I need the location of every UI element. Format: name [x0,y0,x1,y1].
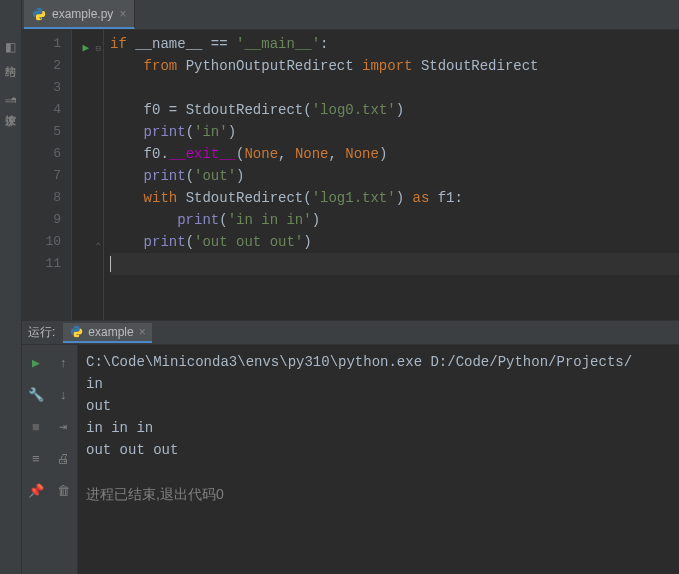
code-line[interactable]: print('in in in') [110,209,679,231]
run-console[interactable]: C:\Code\Miniconda3\envs\py310\python.exe… [78,345,679,574]
console-line: C:\Code\Miniconda3\envs\py310\python.exe… [86,351,671,373]
run-tab[interactable]: example × [63,323,151,343]
text-cursor [110,256,111,272]
code-margin [72,30,104,320]
code-line[interactable]: print('in') [110,121,679,143]
tool-structure[interactable]: ◧ 结构 [3,40,18,57]
fold-end-icon: ⌃ [96,236,101,258]
code-line[interactable]: from PythonOutputRedirect import StdoutR… [110,55,679,77]
console-line: in in in [86,417,671,439]
line-number[interactable]: 11 [22,253,71,275]
code-line[interactable]: f0.__exit__(None, None, None) [110,143,679,165]
code-line[interactable] [110,253,679,275]
python-file-icon [32,7,46,21]
wrap-icon[interactable]: ⇥ [54,417,74,437]
rerun-button[interactable]: ▶ [26,353,46,373]
editor-area[interactable]: 1▶⊟2345678910⌃11 if __name__ == '__main_… [22,30,679,320]
python-run-icon [69,325,83,339]
line-number[interactable]: 6 [22,143,71,165]
pin-icon[interactable]: 📌 [26,481,46,501]
code-editor[interactable]: if __name__ == '__main__': from PythonOu… [104,30,679,320]
run-title: 运行: [28,324,55,341]
editor-tab-bar: example.py × [22,0,679,30]
settings-icon[interactable]: 🔧 [26,385,46,405]
editor-tab-example[interactable]: example.py × [24,0,135,29]
line-number[interactable]: 2 [22,55,71,77]
code-line[interactable] [110,77,679,99]
code-line[interactable]: if __name__ == '__main__': [110,33,679,55]
tab-filename: example.py [52,7,113,21]
line-number[interactable]: 5 [22,121,71,143]
main-column: example.py × 1▶⊟2345678910⌃11 if __name_… [22,0,679,574]
tool-requests[interactable]: ¶ 控谏求 [3,97,18,106]
up-icon[interactable]: ↑ [54,353,74,373]
left-tool-strip: ◧ 结构 ¶ 控谏求 [0,0,22,574]
console-line: 进程已结束,退出代码0 [86,483,671,505]
line-number[interactable]: 4 [22,99,71,121]
print-icon[interactable]: 🖨 [54,449,74,469]
run-header: 运行: example × [22,321,679,345]
console-line: out [86,395,671,417]
console-line: out out out [86,439,671,461]
code-line[interactable]: with StdoutRedirect('log1.txt') as f1: [110,187,679,209]
run-tab-name: example [88,325,133,339]
requests-icon: ¶ [4,97,18,103]
fold-icon[interactable]: ⊟ [96,38,101,60]
code-line[interactable]: f0 = StdoutRedirect('log0.txt') [110,99,679,121]
console-line [86,461,671,483]
run-line-icon[interactable]: ▶ [82,37,89,59]
down-icon[interactable]: ↓ [54,385,74,405]
line-number[interactable]: 9 [22,209,71,231]
run-panel: 运行: example × ▶ 🔧 ■ ≡ 📌 ↑ ↓ ⇥ 🖨 [22,320,679,574]
line-number[interactable]: 7 [22,165,71,187]
code-line[interactable]: print('out') [110,165,679,187]
line-number[interactable]: 10⌃ [22,231,71,253]
trash-icon[interactable]: 🗑 [54,481,74,501]
code-line[interactable]: print('out out out') [110,231,679,253]
run-toolbar-secondary: ↑ ↓ ⇥ 🖨 🗑 [50,345,78,574]
gutter[interactable]: 1▶⊟2345678910⌃11 [22,30,72,320]
line-number[interactable]: 1▶⊟ [22,33,71,55]
run-toolbar-primary: ▶ 🔧 ■ ≡ 📌 [22,345,50,574]
run-body: ▶ 🔧 ■ ≡ 📌 ↑ ↓ ⇥ 🖨 🗑 C:\Code\Miniconda3\e… [22,345,679,574]
close-run-tab-icon[interactable]: × [139,325,146,339]
structure-icon: ◧ [4,40,18,54]
line-number[interactable]: 8 [22,187,71,209]
layout-icon[interactable]: ≡ [26,449,46,469]
line-number[interactable]: 3 [22,77,71,99]
close-tab-icon[interactable]: × [119,7,126,21]
stop-button[interactable]: ■ [26,417,46,437]
console-line: in [86,373,671,395]
